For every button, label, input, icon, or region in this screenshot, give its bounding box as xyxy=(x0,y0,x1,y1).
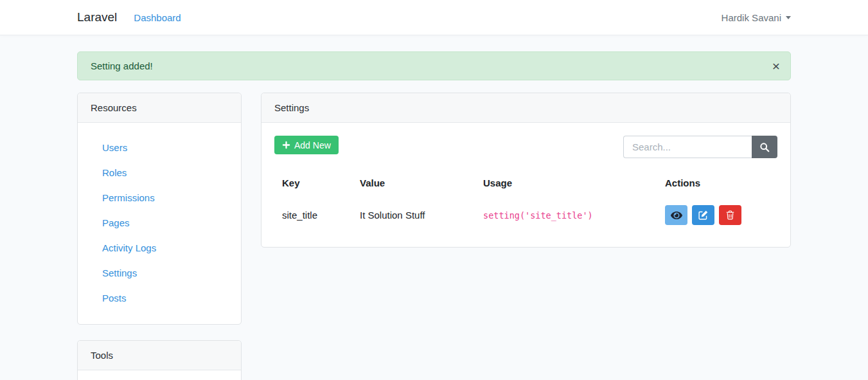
sidebar-item-settings[interactable]: Settings xyxy=(102,266,228,280)
settings-toolbar: Add New xyxy=(274,136,777,158)
settings-card: Settings Add New xyxy=(261,93,791,248)
resources-card: Resources Users Roles Permissions Pages … xyxy=(77,93,242,325)
search-icon xyxy=(759,142,770,152)
sidebar-item-pages[interactable]: Pages xyxy=(102,216,228,230)
sidebar-item-posts[interactable]: Posts xyxy=(102,291,228,305)
brand-laravel[interactable]: Laravel xyxy=(77,10,117,24)
navbar: Laravel Dashboard Hardik Savani xyxy=(0,0,868,35)
trash-icon xyxy=(726,210,734,220)
sidebar-item-roles[interactable]: Roles xyxy=(102,166,228,179)
settings-card-title: Settings xyxy=(261,93,790,123)
add-new-button[interactable]: Add New xyxy=(274,136,339,154)
alert-success: Setting added! × xyxy=(77,51,791,80)
eye-icon xyxy=(671,210,682,221)
plus-icon xyxy=(282,141,290,149)
tools-card-body xyxy=(78,370,241,380)
nav-link-dashboard[interactable]: Dashboard xyxy=(134,12,181,23)
main-panel: Settings Add New xyxy=(261,93,791,248)
cell-key: site_title xyxy=(274,196,352,234)
user-name: Hardik Savani xyxy=(722,12,781,23)
page: Laravel Dashboard Hardik Savani Setting … xyxy=(0,0,868,380)
resources-card-title: Resources xyxy=(78,93,241,123)
close-icon[interactable]: × xyxy=(772,59,780,73)
alert-message: Setting added! xyxy=(91,60,153,71)
cell-value: It Solution Stuff xyxy=(352,196,475,234)
search-button[interactable] xyxy=(752,136,777,158)
delete-button[interactable] xyxy=(719,205,741,225)
cell-usage: setting('site_title') xyxy=(475,196,657,234)
cell-actions xyxy=(657,196,777,234)
sidebar-item-activity-logs[interactable]: Activity Logs xyxy=(102,241,228,255)
search-input[interactable] xyxy=(623,136,752,158)
edit-icon xyxy=(698,210,708,220)
content: Setting added! × Resources Users Roles P… xyxy=(77,35,791,380)
col-header-usage: Usage xyxy=(475,170,657,196)
resources-links: Users Roles Permissions Pages Activity L… xyxy=(78,123,241,324)
col-header-actions: Actions xyxy=(657,170,777,196)
table-header-row: Key Value Usage Actions xyxy=(274,170,777,196)
col-header-value: Value xyxy=(352,170,475,196)
sidebar-item-users[interactable]: Users xyxy=(102,141,228,154)
sidebar: Resources Users Roles Permissions Pages … xyxy=(77,93,242,380)
tools-card: Tools xyxy=(77,340,242,380)
caret-down-icon xyxy=(786,16,791,19)
view-button[interactable] xyxy=(665,205,687,225)
add-new-label: Add New xyxy=(294,140,331,150)
table-row: site_title It Solution Stuff setting('si… xyxy=(274,196,777,234)
col-header-key: Key xyxy=(274,170,352,196)
search-group xyxy=(623,136,777,158)
user-dropdown[interactable]: Hardik Savani xyxy=(722,12,791,23)
sidebar-item-permissions[interactable]: Permissions xyxy=(102,191,228,204)
settings-table: Key Value Usage Actions site_title It So… xyxy=(274,170,777,234)
tools-card-title: Tools xyxy=(78,341,241,370)
main-row: Resources Users Roles Permissions Pages … xyxy=(77,93,791,380)
edit-button[interactable] xyxy=(692,205,714,225)
